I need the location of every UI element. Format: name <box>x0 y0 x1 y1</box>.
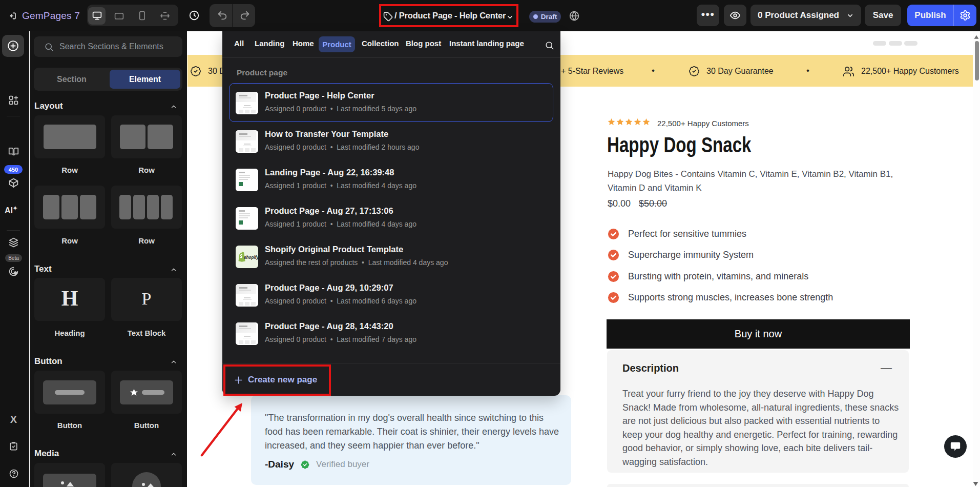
svg-text:shopify: shopify <box>244 255 258 260</box>
